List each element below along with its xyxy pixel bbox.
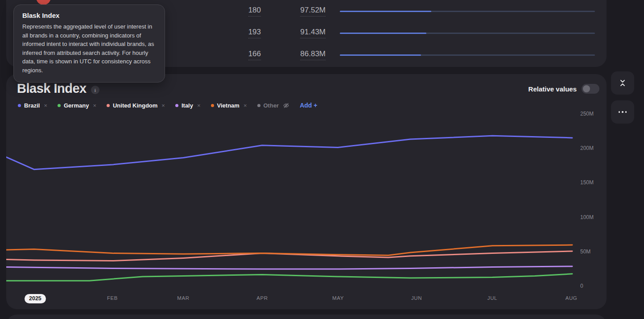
blask-index-chart-card: Blask Index i Brazil × Germany × United … <box>6 74 607 309</box>
blask-index-value: 86.83M <box>256 50 326 60</box>
index-bar-track <box>340 33 595 34</box>
y-axis-label: 0 <box>580 283 583 289</box>
series-line-germany <box>6 274 572 281</box>
collapse-panel-button[interactable] <box>611 71 634 95</box>
x-axis-label: APR <box>256 295 268 301</box>
remove-icon[interactable]: × <box>197 102 201 109</box>
blask-index-rank: 180 <box>202 6 261 17</box>
x-axis-label: AUG <box>566 295 578 301</box>
x-axis-label: FEB <box>107 295 118 301</box>
year-pill[interactable]: 2025 <box>25 294 46 303</box>
brazil-dot-icon <box>18 104 21 107</box>
collapse-vertical-icon <box>619 79 627 87</box>
x-axis-label: MAY <box>332 295 344 301</box>
index-bar-fill <box>340 54 421 56</box>
series-line-vietnam <box>6 245 572 255</box>
remove-icon[interactable]: × <box>93 102 96 109</box>
more-options-button[interactable] <box>611 100 634 124</box>
toggle-knob <box>583 85 590 92</box>
blask-index-rank: 193 <box>202 28 261 38</box>
blask-index-value: 91.43M <box>256 28 326 38</box>
legend: Brazil × Germany × United Kingdom × Ital… <box>18 101 317 110</box>
remove-icon[interactable]: × <box>161 102 165 109</box>
x-axis-label: MAR <box>177 295 189 301</box>
other-dot-icon <box>257 104 260 107</box>
blask-index-tooltip: Blask Index Represents the aggregated le… <box>13 4 165 83</box>
page-title: Blask Index <box>17 81 87 96</box>
y-axis-label: 50M <box>580 249 590 255</box>
x-axis-label: JUL <box>487 295 497 301</box>
y-axis-label: 250M <box>580 111 594 117</box>
next-section-card <box>6 315 607 319</box>
blask-index-rank: 166 <box>202 50 261 60</box>
tooltip-title: Blask Index <box>22 12 156 19</box>
x-axis-label: JUN <box>411 295 422 301</box>
germany-dot-icon <box>58 104 61 107</box>
legend-chip-brazil[interactable]: Brazil × <box>18 102 47 109</box>
index-bar-fill <box>340 11 431 12</box>
series-line-italy <box>6 266 572 269</box>
series-line-brazil <box>6 136 572 169</box>
add-country-button[interactable]: Add + <box>300 102 317 109</box>
relative-values-toggle[interactable] <box>582 84 599 94</box>
blask-index-value: 97.52M <box>256 6 326 17</box>
tooltip-body: Represents the aggregated level of user … <box>22 22 156 75</box>
relative-values-label: Relative values <box>528 85 577 93</box>
legend-chip-united-kingdom[interactable]: United Kingdom × <box>107 102 165 109</box>
united-kingdom-dot-icon <box>107 104 110 107</box>
remove-icon[interactable]: × <box>44 102 47 109</box>
italy-dot-icon <box>175 104 178 107</box>
legend-chip-vietnam[interactable]: Vietnam × <box>211 102 247 109</box>
index-bar-track <box>340 11 595 12</box>
info-icon[interactable]: i <box>91 86 99 94</box>
legend-chip-italy[interactable]: Italy × <box>175 102 201 109</box>
y-axis-label: 100M <box>580 214 594 220</box>
y-axis-label: 200M <box>580 145 594 151</box>
legend-chip-other[interactable]: Other <box>257 102 290 109</box>
series-line-united-kingdom <box>6 251 572 261</box>
ellipsis-icon <box>619 111 627 113</box>
legend-chip-germany[interactable]: Germany × <box>58 102 96 109</box>
eye-slash-icon[interactable] <box>283 102 289 109</box>
y-axis-label: 150M <box>580 179 594 186</box>
index-bar-fill <box>340 33 426 34</box>
vietnam-dot-icon <box>211 104 214 107</box>
remove-icon[interactable]: × <box>244 102 247 109</box>
index-bar-track <box>340 54 595 56</box>
